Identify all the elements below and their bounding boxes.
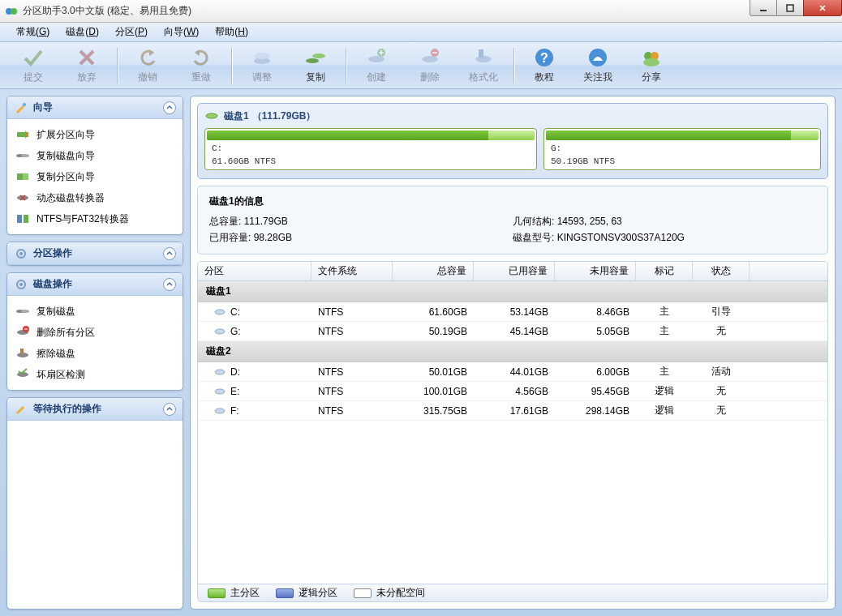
disk-info: 磁盘1的信息 总容量: 111.79GB 已用容量: 98.28GB 几何结构:… (197, 186, 828, 255)
menu-g[interactable]: 常规(G) (8, 23, 58, 41)
panel-partition-ops-header[interactable]: 分区操作 (7, 242, 183, 265)
cell-fs: NTFS (311, 326, 393, 337)
app-icon (5, 5, 18, 18)
th-flag[interactable]: 标记 (636, 262, 693, 280)
toolbar-follow[interactable]: 关注我 (571, 45, 625, 87)
table-row[interactable]: D:NTFS50.01GB44.01GB6.00GB主活动 (198, 362, 827, 382)
th-status[interactable]: 状态 (693, 262, 750, 280)
partition-bar-C[interactable]: C:61.60GB NTFS (204, 128, 537, 170)
menu-p[interactable]: 分区(P) (107, 23, 156, 41)
geom-value: 14593, 255, 63 (557, 216, 622, 227)
menu-d[interactable]: 磁盘(D) (58, 23, 107, 41)
maximize-button[interactable] (776, 0, 804, 16)
partition-bar-G[interactable]: G:50.19GB NTFS (543, 128, 821, 170)
panel-pending: 等待执行的操作 (6, 397, 183, 610)
wizard-item-4[interactable]: NTFS与FAT32转换器 (11, 208, 179, 229)
svg-point-19 (643, 58, 659, 66)
collapse-icon[interactable] (163, 247, 176, 260)
cell-flag: 主 (636, 305, 693, 319)
toolbar-share[interactable]: 分享 (625, 45, 678, 87)
wizard-item-icon (15, 190, 30, 205)
toolbar-label: 重做 (191, 71, 211, 84)
window-titlebar: 分区助手3.0中文版 (稳定、易用且免费) (0, 0, 842, 23)
create-icon (365, 46, 388, 69)
diskop-item-1[interactable]: 删除所有分区 (11, 322, 179, 343)
svg-point-44 (215, 389, 225, 394)
cell-fs: NTFS (311, 405, 393, 417)
cell-fs: NTFS (311, 386, 393, 397)
geom-label: 几何结构: (513, 213, 554, 229)
gear-icon (14, 246, 28, 261)
tutorial-icon: ? (533, 46, 556, 69)
svg-rect-2 (760, 10, 767, 11)
wizard-item-2[interactable]: 复制分区向导 (11, 166, 179, 187)
table-row[interactable]: F:NTFS315.75GB17.61GB298.14GB逻辑无 (198, 401, 827, 421)
panel-pending-header[interactable]: 等待执行的操作 (7, 398, 183, 421)
toolbar-redo: 重做 (174, 45, 228, 87)
cell-drive: G: (198, 326, 311, 337)
panel-wizard: 向导 扩展分区向导复制磁盘向导复制分区向导动态磁盘转换器NTFS与FAT32转换… (6, 96, 183, 235)
disk-visual: 磁盘1 （111.79GB） C:61.60GB NTFSG:50.19GB N… (197, 103, 828, 179)
menu-h[interactable]: 帮助(H) (207, 23, 256, 41)
th-partition[interactable]: 分区 (198, 262, 311, 280)
th-used[interactable]: 已用容量 (474, 262, 555, 280)
cell-free: 298.14GB (555, 405, 636, 417)
diskop-item-0[interactable]: 复制磁盘 (11, 301, 179, 322)
close-button[interactable] (803, 0, 842, 16)
toolbar-label: 教程 (535, 71, 554, 84)
legend-bar: 主分区 逻辑分区 未分配空间 (198, 584, 827, 601)
diskop-item-2[interactable]: 擦除磁盘 (11, 343, 179, 364)
toolbar-commit: 提交 (6, 45, 60, 87)
minimize-button[interactable] (750, 0, 777, 16)
partition-drive: G: (546, 140, 818, 153)
menu-w[interactable]: 向导(W) (156, 23, 207, 41)
pencil-icon (14, 402, 28, 417)
wizard-item-label: NTFS与FAT32转换器 (37, 212, 129, 226)
svg-point-10 (422, 56, 438, 62)
wizard-item-0[interactable]: 扩展分区向导 (11, 124, 179, 145)
used-value: 98.28GB (254, 232, 292, 243)
wizard-item-3[interactable]: 动态磁盘转换器 (11, 187, 179, 208)
collapse-icon[interactable] (163, 101, 176, 114)
cell-free: 8.46GB (555, 306, 636, 318)
cell-status: 引导 (693, 305, 750, 319)
svg-point-7 (312, 53, 325, 58)
svg-rect-28 (24, 215, 28, 223)
collapse-icon[interactable] (163, 278, 176, 291)
model-value: KINGSTONSV300S37A120G (557, 232, 685, 243)
cell-flag: 主 (636, 324, 693, 338)
toolbar-delete: 删除 (403, 45, 457, 87)
collapse-icon[interactable] (163, 403, 176, 416)
svg-rect-25 (23, 173, 28, 180)
panel-partition-ops-title: 分区操作 (33, 246, 72, 260)
gear-icon (14, 277, 28, 292)
table-row[interactable]: G:NTFS50.19GB45.14GB5.05GB主无 (198, 322, 827, 341)
legend-logical: 逻辑分区 (276, 586, 337, 600)
toolbar-copy[interactable]: 复制 (289, 45, 342, 87)
menubar: 常规(G)磁盘(D)分区(P)向导(W)帮助(H) (0, 23, 842, 42)
cell-total: 50.19GB (393, 326, 474, 337)
toolbar-tutorial[interactable]: ?教程 (518, 45, 571, 87)
follow-icon (586, 46, 609, 69)
window-title: 分区助手3.0中文版 (稳定、易用且免费) (23, 4, 191, 18)
total-value: 111.79GB (244, 216, 288, 227)
table-row[interactable]: C:NTFS61.60GB53.14GB8.46GB主引导 (198, 302, 827, 322)
th-free[interactable]: 未用容量 (555, 262, 636, 280)
th-total[interactable]: 总容量 (393, 262, 474, 280)
wizard-item-1[interactable]: 复制磁盘向导 (11, 145, 179, 166)
panel-wizard-header[interactable]: 向导 (7, 96, 183, 119)
svg-point-6 (306, 58, 319, 63)
panel-disk-ops-title: 磁盘操作 (33, 277, 72, 291)
th-fs[interactable]: 文件系统 (311, 262, 393, 280)
model-label: 磁盘型号: (513, 229, 554, 246)
legend-unalloc: 未分配空间 (354, 586, 425, 600)
cell-drive: D: (198, 366, 311, 378)
svg-point-40 (206, 113, 217, 118)
table-row[interactable]: E:NTFS100.01GB4.56GB95.45GB逻辑无 (198, 382, 827, 401)
format-icon (472, 46, 495, 69)
svg-point-30 (19, 252, 23, 255)
diskop-item-3[interactable]: 坏扇区检测 (11, 364, 179, 385)
svg-point-42 (215, 329, 225, 334)
legend-primary: 主分区 (208, 586, 260, 600)
panel-disk-ops-header[interactable]: 磁盘操作 (7, 273, 183, 296)
